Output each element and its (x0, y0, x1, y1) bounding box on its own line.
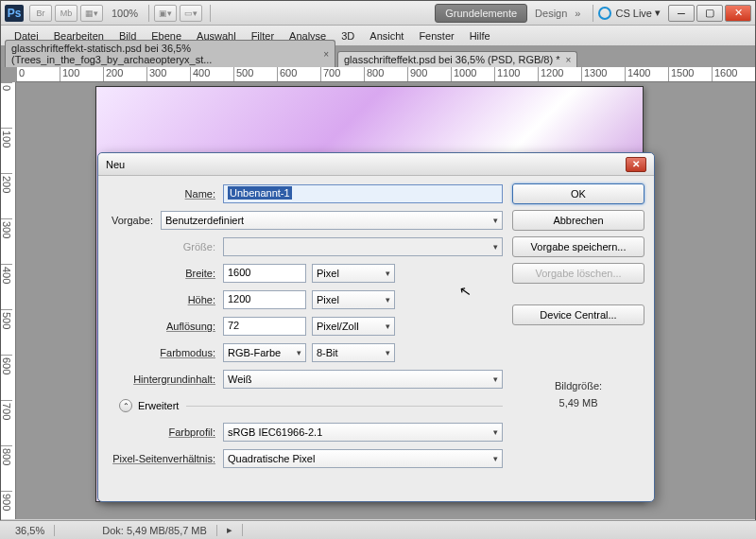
colormode-select[interactable]: RGB-Farbe (223, 343, 306, 362)
cslive-menu[interactable]: CS Live▾ (598, 7, 661, 20)
zoom-level[interactable]: 100% (112, 8, 138, 19)
screenmode-button[interactable]: ▭▾ (180, 5, 202, 22)
resolution-unit-select[interactable]: Pixel/Zoll (312, 317, 395, 336)
ok-button[interactable]: OK (512, 183, 644, 204)
menu-hilfe[interactable]: Hilfe (462, 27, 498, 44)
resolution-input[interactable]: 72 (223, 317, 306, 336)
status-bar: 36,5% Dok: 5,49 MB/85,7 MB ▸ (0, 520, 756, 539)
status-zoom[interactable]: 36,5% (6, 525, 55, 536)
advanced-toggle[interactable]: ⌃ (119, 399, 132, 412)
name-input[interactable]: Unbenannt-1 (223, 184, 503, 203)
background-select[interactable]: Weiß (223, 370, 503, 389)
maximize-button[interactable]: ▢ (696, 5, 723, 22)
close-icon[interactable]: × (565, 55, 571, 65)
device-central-button[interactable]: Device Central... (512, 304, 644, 325)
height-unit-select[interactable]: Pixel (312, 290, 395, 309)
document-tabs: glasschrifteffekt-statisch.psd bei 36,5%… (1, 46, 755, 67)
width-label: Breite: (108, 268, 223, 279)
profile-label: Farbprofil: (108, 426, 223, 438)
resolution-label: Auflösung: (108, 321, 223, 332)
dialog-titlebar[interactable]: Neu ✕ (98, 153, 654, 176)
cslive-icon (598, 7, 611, 20)
viewextras-button[interactable]: ▦▾ (80, 5, 103, 22)
preset-select[interactable]: Benutzerdefiniert (161, 211, 503, 230)
workspace-design[interactable]: Design (535, 8, 567, 19)
bitdepth-select[interactable]: 8-Bit (312, 343, 395, 362)
status-menu-icon[interactable]: ▸ (217, 524, 243, 536)
width-input[interactable]: 1600 (223, 264, 306, 283)
document-tab[interactable]: glasschrifteffekt.psd bei 36,5% (PSD, RG… (337, 51, 577, 67)
preset-label: Vorgabe: (98, 215, 161, 226)
width-unit-select[interactable]: Pixel (312, 264, 395, 283)
size-label: Größe: (108, 241, 223, 252)
advanced-label: Erweitert (138, 400, 179, 411)
dialog-close-button[interactable]: ✕ (626, 157, 646, 172)
cancel-button[interactable]: Abbrechen (512, 210, 644, 231)
filesize-label: Bildgröße: (512, 378, 644, 395)
menu-ansicht[interactable]: Ansicht (362, 27, 411, 44)
ruler-vertical[interactable]: 0100200300400500600700800900 (1, 82, 16, 519)
app-logo: Ps (5, 5, 24, 22)
aspect-select[interactable]: Quadratische Pixel (223, 449, 503, 468)
minimize-button[interactable]: ─ (668, 5, 695, 22)
new-dialog: Neu ✕ Name: Unbenannt-1 Vorgabe: Benutze… (97, 152, 655, 502)
titlebar: Ps Br Mb ▦▾ 100% ▣▾ ▭▾ Grundelemente Des… (1, 1, 755, 26)
minibridge-button[interactable]: Mb (55, 5, 77, 22)
document-tab[interactable]: glasschrifteffekt-statisch.psd bei 36,5%… (5, 40, 335, 67)
aspect-label: Pixel-Seitenverhältnis: (108, 453, 223, 464)
colormode-label: Farbmodus: (108, 347, 223, 358)
height-label: Höhe: (108, 294, 223, 305)
menu-fenster[interactable]: Fenster (411, 27, 461, 44)
profile-select[interactable]: sRGB IEC61966-2.1 (223, 423, 503, 442)
ruler-horizontal[interactable]: 0100200300400500600700800900100011001200… (16, 67, 755, 82)
height-input[interactable]: 1200 (223, 290, 306, 309)
delete-preset-button: Vorgabe löschen... (512, 263, 644, 284)
more-icon[interactable]: » (575, 8, 580, 19)
filesize-value: 5,49 MB (512, 395, 644, 412)
background-label: Hintergrundinhalt: (108, 374, 223, 385)
save-preset-button[interactable]: Vorgabe speichern... (512, 236, 644, 257)
canvas-area: 0100200300400500600700800900100011001200… (1, 67, 755, 519)
menu-3d[interactable]: 3D (334, 27, 362, 44)
arrange-button[interactable]: ▣▾ (154, 5, 177, 22)
dialog-title: Neu (106, 159, 125, 170)
workspace-selector[interactable]: Grundelemente (435, 4, 527, 23)
close-button[interactable]: ✕ (725, 5, 751, 22)
status-docsize[interactable]: Dok: 5,49 MB/85,7 MB (93, 525, 217, 536)
bridge-button[interactable]: Br (29, 5, 52, 22)
size-select (223, 237, 503, 256)
name-label: Name: (108, 188, 223, 200)
close-icon[interactable]: × (323, 49, 329, 60)
